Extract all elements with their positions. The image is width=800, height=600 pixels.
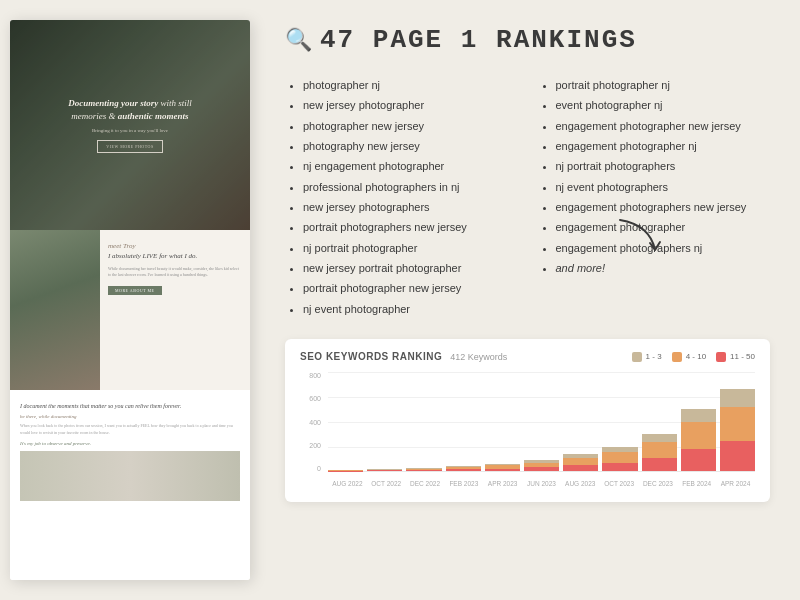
x-label: AUG 2022 — [328, 480, 367, 487]
website-mockup: Documenting your story with stillmemorie… — [0, 0, 265, 600]
bar-group — [602, 372, 637, 471]
bar-group — [563, 372, 598, 471]
x-label: AUG 2023 — [561, 480, 600, 487]
list-item: new jersey photographer — [303, 95, 518, 115]
mockup-hero-title: Documenting your story with stillmemorie… — [68, 97, 192, 122]
page-container: Documenting your story with stillmemorie… — [0, 0, 800, 600]
bar-group — [681, 372, 716, 471]
chart-x-labels: AUG 2022 OCT 2022 DEC 2022 FEB 2023 APR … — [328, 474, 755, 492]
content-area: 🔍 47 PAGE 1 RANKINGS photographer nj new… — [265, 0, 800, 600]
bar-segment-bottom — [446, 469, 481, 471]
mockup-hero-subtitle: Bringing it to you in a way you'll love — [68, 127, 192, 134]
bar-group — [367, 372, 402, 471]
keywords-left-column: photographer nj new jersey photographer … — [285, 75, 518, 319]
list-item: portrait photographer new jersey — [303, 278, 518, 298]
x-label: JUN 2023 — [522, 480, 561, 487]
legend-color-11-50 — [716, 352, 726, 362]
chart-body: 800 600 400 200 0 AUG 2022 OCT 2022 DEC … — [300, 372, 755, 492]
list-item: nj event photographers — [556, 177, 771, 197]
legend-item-1-3: 1 - 3 — [632, 352, 662, 362]
list-item: nj event photographer — [303, 299, 518, 319]
seo-chart-container: SEO KEYWORDS RANKING 412 Keywords 1 - 3 … — [285, 339, 770, 502]
list-item: new jersey photographers — [303, 197, 518, 217]
bar-segment-mid — [720, 407, 755, 441]
bar-group — [328, 372, 363, 471]
list-item: portrait photographer nj — [556, 75, 771, 95]
list-item: nj engagement photographer — [303, 156, 518, 176]
chart-title-group: SEO KEYWORDS RANKING 412 Keywords — [300, 351, 507, 362]
list-item: new jersey portrait photographer — [303, 258, 518, 278]
list-item: photographer new jersey — [303, 116, 518, 136]
mockup-hero-text: Documenting your story with stillmemorie… — [58, 87, 202, 162]
x-label: DEC 2022 — [406, 480, 445, 487]
legend-color-4-10 — [672, 352, 682, 362]
x-label: APR 2024 — [716, 480, 755, 487]
page-title: 47 PAGE 1 RANKINGS — [320, 25, 637, 55]
keywords-left-list: photographer nj new jersey photographer … — [285, 75, 518, 319]
legend-label-4-10: 4 - 10 — [686, 352, 706, 361]
legend-item-4-10: 4 - 10 — [672, 352, 706, 362]
mockup-story-title: I document the moments that matter so yo… — [20, 402, 240, 410]
bar-segment-top — [642, 434, 677, 442]
bar-segment-mid — [602, 452, 637, 462]
bar-segment-bottom — [602, 463, 637, 471]
curved-arrow-icon — [610, 215, 670, 265]
bar-group — [524, 372, 559, 471]
list-item: nj portrait photographers — [556, 156, 771, 176]
bar-segment-top — [681, 409, 716, 423]
mockup-hero-button[interactable]: VIEW MORE PHOTOS — [97, 140, 162, 153]
chart-header: SEO KEYWORDS RANKING 412 Keywords 1 - 3 … — [300, 351, 755, 362]
mockup-inner: Documenting your story with stillmemorie… — [10, 20, 250, 580]
legend-item-11-50: 11 - 50 — [716, 352, 755, 362]
x-label: DEC 2023 — [639, 480, 678, 487]
x-label: OCT 2022 — [367, 480, 406, 487]
legend-color-1-3 — [632, 352, 642, 362]
chart-subtitle: 412 Keywords — [450, 352, 507, 362]
list-item: photographer nj — [303, 75, 518, 95]
bar-segment-top — [720, 389, 755, 406]
mockup-about-text: meet Troy I absolutely LIVE for what I d… — [100, 230, 250, 390]
x-label: FEB 2023 — [444, 480, 483, 487]
bar-group — [446, 372, 481, 471]
bar-segment-mid — [563, 458, 598, 465]
mockup-story-subtitle: be there, while documenting — [20, 414, 240, 419]
chart-legend: 1 - 3 4 - 10 11 - 50 — [632, 352, 755, 362]
bar-segment-bottom — [406, 470, 441, 471]
list-item: nj portrait photographer — [303, 238, 518, 258]
mockup-about-section: meet Troy I absolutely LIVE for what I d… — [10, 230, 250, 390]
bar-segment-mid — [642, 442, 677, 458]
y-label: 400 — [309, 419, 321, 426]
mockup-story-quote: It's my job to observe and preserve. — [20, 441, 240, 446]
bar-segment-bottom — [367, 470, 402, 471]
y-label: 200 — [309, 442, 321, 449]
bar-segment-bottom — [681, 449, 716, 472]
list-item: photography new jersey — [303, 136, 518, 156]
bar-group — [720, 372, 755, 471]
list-item: portrait photographers new jersey — [303, 217, 518, 237]
mockup-story-image — [20, 451, 240, 501]
keywords-section: photographer nj new jersey photographer … — [285, 75, 770, 319]
chart-bars-area — [328, 372, 755, 472]
arrow-decoration — [610, 215, 670, 269]
list-item: engagement photographer new jersey — [556, 116, 771, 136]
bar-segment-bottom — [720, 441, 755, 471]
bar-segment-bottom — [642, 458, 677, 471]
chart-y-labels: 800 600 400 200 0 — [300, 372, 325, 472]
bar-segment-mid — [681, 422, 716, 448]
mockup-about-name: meet Troy — [108, 242, 242, 250]
page-title-section: 🔍 47 PAGE 1 RANKINGS — [285, 25, 770, 55]
search-icon: 🔍 — [285, 27, 312, 53]
mockup-hero: Documenting your story with stillmemorie… — [10, 20, 250, 230]
mockup-about-body: While documenting her travel beauty it w… — [108, 266, 242, 278]
bar-group — [406, 372, 441, 471]
chart-title: SEO KEYWORDS RANKING — [300, 351, 442, 362]
x-label: OCT 2023 — [600, 480, 639, 487]
bar-group — [485, 372, 520, 471]
mockup-about-button[interactable]: MORE ABOUT ME — [108, 286, 162, 295]
mockup-about-title: I absolutely LIVE for what I do. — [108, 252, 242, 261]
bar-segment-bottom — [485, 469, 520, 472]
bar-segment-bottom — [563, 465, 598, 471]
list-item: professional photographers in nj — [303, 177, 518, 197]
keywords-right-column: portrait photographer nj event photograp… — [538, 75, 771, 319]
x-label: FEB 2024 — [677, 480, 716, 487]
